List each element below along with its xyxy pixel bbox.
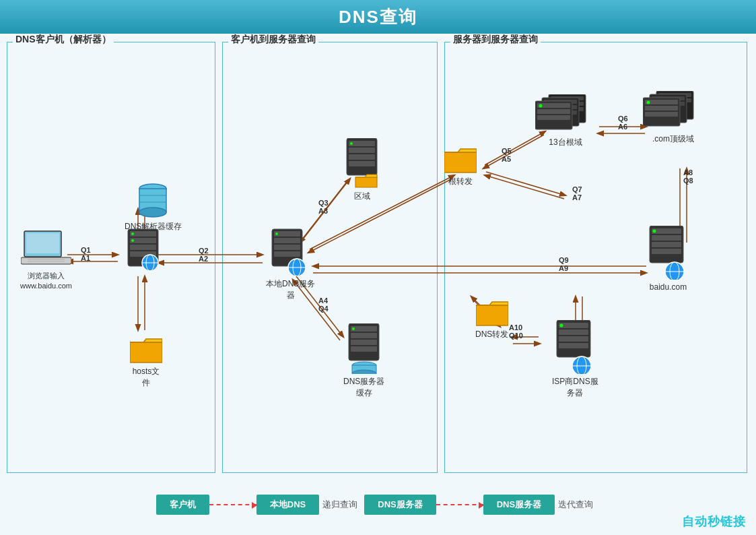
iterative-label: 迭代查询 <box>558 499 593 511</box>
svg-point-104 <box>665 262 684 280</box>
local-dns-server: 本地DNS服务器 <box>266 226 315 301</box>
root-forward-label: 根转发 <box>448 176 473 187</box>
svg-rect-63 <box>349 161 375 166</box>
section-mid-label: 客户机到服务器查询 <box>228 34 318 46</box>
svg-rect-54 <box>274 251 300 257</box>
svg-point-70 <box>352 327 355 330</box>
q2a2-label: Q2A2 <box>199 247 209 263</box>
page-title: DNS查询 <box>339 5 417 29</box>
root-servers: 13台根域 <box>535 94 596 148</box>
baidu-server-icon <box>646 226 690 280</box>
svg-point-55 <box>275 232 278 235</box>
svg-rect-85 <box>537 115 570 120</box>
zone-label: 区域 <box>354 191 370 202</box>
com-domain: .com顶级域 <box>643 91 703 145</box>
baidu-server-label: baidu.com <box>650 282 687 293</box>
svg-point-46 <box>131 239 134 242</box>
svg-rect-102 <box>652 249 681 254</box>
folder-icon-dns-forward <box>476 300 508 327</box>
section-right-label: 服务器到服务器查询 <box>450 34 541 46</box>
laptop-icon <box>21 229 71 270</box>
isp-server-icon <box>553 320 597 374</box>
svg-rect-32 <box>21 257 71 264</box>
client-laptop: 浏览器输入www.baidu.com <box>20 229 72 292</box>
tower-server-icon-local <box>269 226 312 276</box>
svg-rect-110 <box>559 336 588 342</box>
svg-rect-61 <box>349 148 375 153</box>
folder-icon-root-forward <box>444 147 477 174</box>
q5a5-label: Q5A5 <box>502 147 512 163</box>
svg-point-103 <box>653 230 656 233</box>
dns-forward-label: DNS转发 <box>475 329 508 340</box>
dns-server-cache: DNS服务器缓存 <box>343 323 384 399</box>
svg-rect-67 <box>351 333 377 338</box>
svg-rect-111 <box>559 343 588 348</box>
hosts-file-label: hosts文件 <box>133 366 160 389</box>
legend-dns-server2: DNS服务器 <box>483 495 555 515</box>
q3a3-label: Q3A3 <box>318 199 329 215</box>
svg-point-64 <box>350 142 353 145</box>
watermark: 自动秒链接 <box>682 513 746 530</box>
section-mid: 客户机到服务器查询 <box>222 42 438 473</box>
q4a4-label: A4Q4 <box>318 296 329 313</box>
bottom-legend: 客户机 本地DNS 递归查询 DNS服务器 DNS服务器 迭代查询 <box>0 495 756 515</box>
q7a7-label: Q7A7 <box>572 185 582 201</box>
svg-rect-84 <box>537 109 570 114</box>
root-forward-folder: 根转发 <box>444 147 477 187</box>
com-servers-icon <box>643 91 703 131</box>
svg-rect-99 <box>652 228 681 234</box>
tower-server-icon-1 <box>125 226 162 273</box>
dns-resolver-cache: DNS解析器缓存 <box>125 182 182 232</box>
svg-point-113 <box>572 356 591 374</box>
svg-rect-68 <box>351 340 377 345</box>
svg-rect-53 <box>274 245 300 250</box>
hosts-file: hosts文件 <box>130 337 162 389</box>
dns-server-cache-label: DNS服务器缓存 <box>343 376 384 399</box>
svg-rect-31 <box>26 233 59 253</box>
svg-rect-101 <box>652 242 681 247</box>
svg-rect-52 <box>274 238 300 243</box>
page-header: DNS查询 <box>0 0 756 34</box>
svg-rect-96 <box>645 112 678 117</box>
q9a9-label: Q9A9 <box>559 256 569 272</box>
isp-dns-label: ISP商DNS服务器 <box>552 376 598 399</box>
dns-resolver-server <box>125 226 162 273</box>
svg-rect-62 <box>349 154 375 160</box>
baidu-server: baidu.com <box>646 226 690 293</box>
q8a8-label: A8Q8 <box>683 168 693 185</box>
folder-icon-hosts <box>130 337 162 364</box>
q10a10-label: A10Q10 <box>509 323 523 340</box>
root-servers-label: 13台根域 <box>549 137 582 148</box>
main-content: DNS客户机（解析器） 客户机到服务器查询 服务器到服务器查询 <box>0 34 756 535</box>
zone-folder: 区域 <box>343 138 380 202</box>
tower-server-cache <box>345 323 382 374</box>
legend-dns-server1: DNS服务器 <box>364 495 436 515</box>
svg-rect-95 <box>645 106 678 111</box>
svg-point-112 <box>559 324 563 327</box>
legend-local-dns: 本地DNS <box>256 495 319 515</box>
svg-rect-43 <box>130 245 156 250</box>
browser-input-label: 浏览器输入www.baidu.com <box>20 271 72 292</box>
dns-forward-folder: DNS转发 <box>475 300 508 340</box>
isp-dns-server: ISP商DNS服务器 <box>552 320 598 399</box>
cache-cylinder-icon <box>138 182 168 219</box>
com-domain-label: .com顶级域 <box>652 133 694 145</box>
root-servers-icon <box>535 94 596 135</box>
recursive-label: 递归查询 <box>322 499 357 511</box>
section-left-label: DNS客户机（解析器） <box>13 34 114 46</box>
svg-point-86 <box>539 104 543 108</box>
svg-point-37 <box>139 208 166 217</box>
svg-rect-69 <box>351 346 377 352</box>
q1a1-label: Q1A1 <box>81 246 91 262</box>
svg-rect-100 <box>652 235 681 241</box>
local-dns-server-label: 本地DNS服务器 <box>266 278 315 301</box>
svg-rect-109 <box>559 329 588 335</box>
legend-client: 客户机 <box>156 495 209 515</box>
svg-point-45 <box>131 232 134 235</box>
tower-server-zone <box>343 138 380 189</box>
q6a6-label: Q6A6 <box>618 115 628 131</box>
svg-point-97 <box>647 101 650 104</box>
svg-rect-108 <box>559 323 588 328</box>
